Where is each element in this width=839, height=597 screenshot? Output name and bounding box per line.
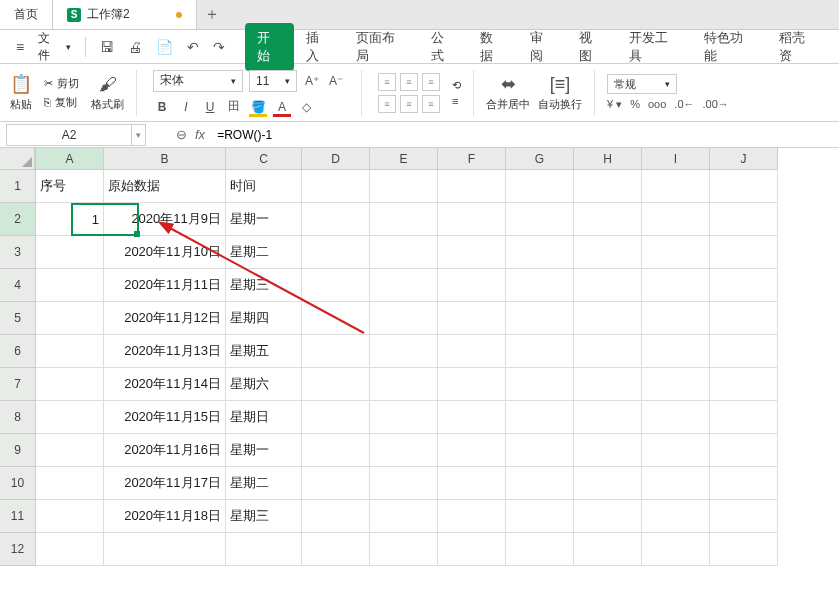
align-center[interactable]: ≡: [400, 95, 418, 113]
cell[interactable]: [36, 335, 104, 368]
cell[interactable]: [642, 434, 710, 467]
cell[interactable]: [36, 401, 104, 434]
ribbon-tab-data[interactable]: 数据: [468, 23, 518, 71]
italic-button[interactable]: I: [177, 98, 195, 116]
cell[interactable]: [710, 335, 778, 368]
cell[interactable]: [506, 368, 574, 401]
cell[interactable]: [710, 236, 778, 269]
currency-button[interactable]: ¥ ▾: [607, 98, 622, 111]
font-family-select[interactable]: 宋体▾: [153, 70, 243, 92]
cell[interactable]: 星期二: [226, 467, 302, 500]
cell[interactable]: [710, 401, 778, 434]
redo-icon[interactable]: ↷: [207, 35, 231, 59]
ribbon-tab-review[interactable]: 审阅: [518, 23, 568, 71]
dec-dec-button[interactable]: .00→: [703, 98, 729, 111]
cell[interactable]: [302, 401, 370, 434]
border-button[interactable]: 田: [225, 98, 243, 116]
cell[interactable]: [302, 500, 370, 533]
file-menu[interactable]: 文件▾: [32, 30, 77, 64]
cell[interactable]: [302, 203, 370, 236]
cell[interactable]: [302, 170, 370, 203]
print-preview-icon[interactable]: 🖨: [122, 35, 148, 59]
cell[interactable]: [574, 533, 642, 566]
cell[interactable]: [370, 203, 438, 236]
cell[interactable]: [36, 269, 104, 302]
cell[interactable]: [438, 302, 506, 335]
ribbon-tab-start[interactable]: 开始: [245, 23, 295, 71]
format-brush-button[interactable]: 🖌格式刷: [91, 74, 124, 112]
cell[interactable]: [438, 170, 506, 203]
tab-add-button[interactable]: ＋: [197, 0, 227, 29]
cell[interactable]: 星期五: [226, 335, 302, 368]
row-header[interactable]: 7: [0, 368, 35, 401]
cell[interactable]: [438, 401, 506, 434]
merge-center-button[interactable]: ⬌合并居中: [486, 73, 530, 112]
cell[interactable]: [574, 170, 642, 203]
cell[interactable]: [36, 302, 104, 335]
ribbon-tab-formula[interactable]: 公式: [419, 23, 469, 71]
thousands-button[interactable]: ооо: [648, 98, 666, 111]
increase-font-icon[interactable]: A⁺: [303, 72, 321, 90]
cell[interactable]: 2020年11月9日: [104, 203, 226, 236]
cell[interactable]: [506, 434, 574, 467]
row-header[interactable]: 9: [0, 434, 35, 467]
cell[interactable]: [506, 401, 574, 434]
cell[interactable]: [36, 533, 104, 566]
ribbon-tab-docer[interactable]: 稻壳资: [767, 23, 829, 71]
cell[interactable]: [302, 533, 370, 566]
undo-icon[interactable]: ↶: [181, 35, 205, 59]
cell[interactable]: [710, 434, 778, 467]
cancel-formula-icon[interactable]: ⊖: [176, 127, 187, 142]
cell[interactable]: [370, 467, 438, 500]
fx-icon[interactable]: fx: [195, 127, 205, 142]
cell[interactable]: [438, 236, 506, 269]
cell[interactable]: [574, 467, 642, 500]
percent-button[interactable]: %: [630, 98, 640, 111]
cell[interactable]: [710, 533, 778, 566]
cell[interactable]: [710, 500, 778, 533]
row-header[interactable]: 5: [0, 302, 35, 335]
cell[interactable]: [36, 500, 104, 533]
ribbon-tab-insert[interactable]: 插入: [294, 23, 344, 71]
cell[interactable]: 1: [36, 203, 104, 236]
cell[interactable]: [506, 170, 574, 203]
cell[interactable]: 星期二: [226, 236, 302, 269]
cell[interactable]: 2020年11月13日: [104, 335, 226, 368]
row-header[interactable]: 10: [0, 467, 35, 500]
col-header[interactable]: I: [642, 148, 710, 170]
cell[interactable]: [642, 269, 710, 302]
cut-button[interactable]: ✂剪切: [44, 76, 79, 91]
align-top-left[interactable]: ≡: [378, 73, 396, 91]
align-top-right[interactable]: ≡: [422, 73, 440, 91]
cell[interactable]: 星期三: [226, 500, 302, 533]
cell[interactable]: 2020年11月18日: [104, 500, 226, 533]
cell[interactable]: [370, 335, 438, 368]
cell[interactable]: [438, 335, 506, 368]
font-color-button[interactable]: A: [273, 98, 291, 116]
col-header[interactable]: H: [574, 148, 642, 170]
cell[interactable]: [642, 467, 710, 500]
cell[interactable]: [642, 302, 710, 335]
cell[interactable]: [642, 401, 710, 434]
cell[interactable]: [710, 170, 778, 203]
cell[interactable]: [574, 236, 642, 269]
cell[interactable]: 2020年11月16日: [104, 434, 226, 467]
cell[interactable]: [370, 434, 438, 467]
row-header[interactable]: 11: [0, 500, 35, 533]
row-header[interactable]: 3: [0, 236, 35, 269]
cell[interactable]: [226, 533, 302, 566]
cell[interactable]: [574, 302, 642, 335]
underline-button[interactable]: U: [201, 98, 219, 116]
cell[interactable]: [574, 500, 642, 533]
formula-input[interactable]: [213, 126, 513, 144]
ribbon-tab-dev[interactable]: 开发工具: [617, 23, 692, 71]
cell[interactable]: [506, 203, 574, 236]
decrease-font-icon[interactable]: A⁻: [327, 72, 345, 90]
align-left[interactable]: ≡: [378, 95, 396, 113]
cell[interactable]: [36, 467, 104, 500]
cell[interactable]: [710, 302, 778, 335]
cell[interactable]: [370, 368, 438, 401]
copy-button[interactable]: ⎘复制: [44, 95, 77, 110]
cell[interactable]: [506, 533, 574, 566]
orientation-button[interactable]: ⟲: [452, 79, 461, 92]
